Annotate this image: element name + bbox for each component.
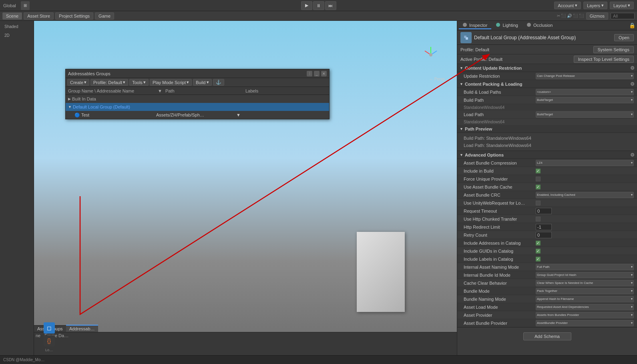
tab-inspector[interactable]: Inspector [459,22,491,29]
builtin-name: ▶ Built In Data [68,97,156,101]
col-sort-icon: ▼ [158,88,162,93]
left-shaded[interactable]: Shaded [3,22,31,30]
system-settings-button[interactable]: System Settings [593,46,634,53]
dropdown-bundle-naming-mode[interactable]: Append Hash to Filename▾ [536,296,634,302]
dropdown-internal-bundle-id[interactable]: Group Guid Project Id Hash▾ [536,272,634,278]
account-button[interactable]: Account ▾ [554,2,581,9]
section-advanced-options[interactable]: ▼ Advanced Options ⚙ [457,151,637,159]
checkbox-include-labels[interactable]: ✓ [536,257,541,261]
active-profile-label: Active Profile: Default [460,57,502,62]
dropdown-internal-asset-naming[interactable]: Full Path▾ [536,264,634,270]
gizmos-button[interactable]: Gizmos [586,12,608,20]
add-schema-button[interactable]: Add Schema [523,332,571,340]
dropdown-cache-clear-behavior[interactable]: Clear When Space Is Needed In Cache▾ [536,280,634,286]
build-path-dropdown[interactable]: BuildTarget ▾ [536,97,634,103]
label-asset-provider: Asset Provider [464,313,536,318]
build-load-paths-dropdown[interactable]: <custom> ▾ [536,89,634,95]
row-asset-bundle-crc: Asset Bundle CRC Enabled, Including Cach… [457,191,637,199]
scene-search-input[interactable] [611,13,635,19]
addr-row-builtin[interactable]: ▶ Built In Data [66,95,329,103]
row-asset-load-mode: Asset Load Mode Requested Asset And Depe… [457,303,637,311]
row-retry-count: Retry Count [457,231,637,239]
checkbox-include-guids[interactable]: ✓ [536,249,541,253]
build-button[interactable]: Build▾ [193,79,211,86]
input-request-timeout[interactable] [536,208,552,214]
row-triangle-builtin: ▶ [68,97,71,101]
dropdown-bundle-mode[interactable]: Pack Together▾ [536,288,634,294]
open-button[interactable]: Open [614,34,634,41]
checkbox-include-addresses[interactable]: ✓ [536,241,541,245]
row-asset-bundle-provider: Asset Bundle Provider AssetBundle Provid… [457,319,637,327]
row-asset-provider: Asset Provider Assets from Bundles Provi… [457,311,637,319]
tab-asset-store[interactable]: Asset Store [24,12,54,20]
addressables-tab-label[interactable]: Addressab… [66,325,98,332]
dropdown-asset-bundle-crc[interactable]: Enabled, Including Cached▾ [536,192,634,198]
left-2d[interactable]: 2D [3,31,31,39]
row-build-load-paths: Build & Load Paths <custom> ▾ [457,88,637,96]
layout-button[interactable]: Layout ▾ [610,2,634,9]
load-path-dropdown[interactable]: BuildTarget ▾ [536,111,634,118]
left-panel: Shaded 2D [0,21,34,364]
build-load-paths-label: Build & Load Paths [464,90,536,95]
inspector-asset-title: Default Local Group (Addressable Asset G… [474,35,612,40]
dropdown-asset-bundle-compression[interactable]: LZ4▾ [536,160,634,166]
label-internal-bundle-id: Internal Bundle Id Mode [464,273,536,278]
create-button[interactable]: Create▾ [67,79,89,86]
addr-row-default-group[interactable]: ▼ Default Local Group (Default) [66,103,329,111]
scene-gizmo [421,45,441,65]
section-gear-advanced[interactable]: ⚙ [630,152,635,158]
inspector-asset-icon [460,32,472,43]
tab-game[interactable]: Game [95,12,114,20]
checkbox-http-chunked[interactable] [536,217,541,221]
update-restriction-label: Update Restriction [464,74,536,78]
inspector-tabs: Inspector Lighting Occlusion 🔒 [457,21,637,30]
section-gear-packing[interactable]: ⚙ [630,81,635,87]
layers-button[interactable]: Layers ▾ [583,2,607,9]
tools-button[interactable]: Tools▾ [129,79,149,86]
inspector-lock-icon[interactable]: 🔒 [629,22,635,28]
addr-row-test[interactable]: 🔵 Test Assets/ZH/Prefab/Sph… ▼ [66,111,329,119]
toolbar-icon-grid: ⊞ [21,1,30,10]
checkbox-include-in-build[interactable]: ✓ [536,169,541,173]
tab-lighting[interactable]: Lighting [492,22,522,29]
tab-scene[interactable]: Scene [2,12,22,20]
addr-link-btn[interactable]: ⚓ [213,79,224,86]
row-include-guids: Include GUIDs in Catalog ✓ [457,247,637,255]
profile-button[interactable]: Profile: Default▾ [90,79,128,86]
csdn-watermark: CSDN @Maddie_Mo… [3,358,45,362]
window-minimize-btn[interactable]: _ [314,71,320,76]
play-button[interactable]: ▶ [301,1,312,10]
window-close-btn[interactable]: ✕ [321,71,327,76]
section-content-update[interactable]: ▼ Content Update Restriction ⚙ [457,64,637,72]
status-bar: CSDN @Maddie_Mo… [0,355,637,364]
step-button[interactable]: ⏭ [325,1,336,10]
update-restriction-dropdown[interactable]: Can Change Post Release ▾ [536,73,634,79]
tab-occlusion[interactable]: Occlusion [523,22,557,29]
play-mode-script-button[interactable]: Play Mode Script▾ [150,79,192,86]
build-path-label: Build Path [464,98,536,103]
input-http-redirect[interactable] [536,224,552,230]
inspect-top-level-button[interactable]: Inspect Top Level Settings [574,56,634,63]
label-asset-bundle-compression: Asset Bundle Compression [464,161,536,165]
dropdown-asset-bundle-provider[interactable]: AssetBundle Provider▾ [536,320,634,326]
section-content-packing[interactable]: ▼ Content Packing & Loading ⚙ [457,80,637,88]
inspector-content: ▼ Content Update Restriction ⚙ Update Re… [457,64,637,364]
dropdown-asset-provider[interactable]: Assets from Bundles Provider▾ [536,312,634,318]
checkbox-use-asset-bundle-cache[interactable]: ✓ [536,185,541,189]
test-item-path: Assets/ZH/Prefab/Sph… [156,113,236,117]
tab-project-settings[interactable]: Project Settings [55,12,93,20]
play-controls: ▶ ⏸ ⏭ [301,1,336,10]
dropdown-icon: ▼ [236,113,241,117]
default-group-name: ▼ Default Local Group (Default) [68,105,156,109]
checkbox-force-unique-provider[interactable] [536,177,541,181]
window-menu-btn[interactable]: ⋮ [307,71,312,76]
section-gear-update[interactable]: ⚙ [630,65,635,71]
addressables-toolbar: Create▾ Profile: Default▾ Tools▾ Play Mo… [66,78,329,87]
label-include-addresses: Include Addresses in Catalog [464,241,536,245]
row-cache-clear-behavior: Cache Clear Behavior Clear When Space Is… [457,279,637,287]
checkbox-use-unity-web-request[interactable] [536,201,541,205]
dropdown-asset-load-mode[interactable]: Requested Asset And Dependencies▾ [536,304,634,310]
input-retry-count[interactable] [536,232,552,238]
pause-button[interactable]: ⏸ [313,1,324,10]
section-path-preview[interactable]: ▼ Path Preview [457,125,637,133]
